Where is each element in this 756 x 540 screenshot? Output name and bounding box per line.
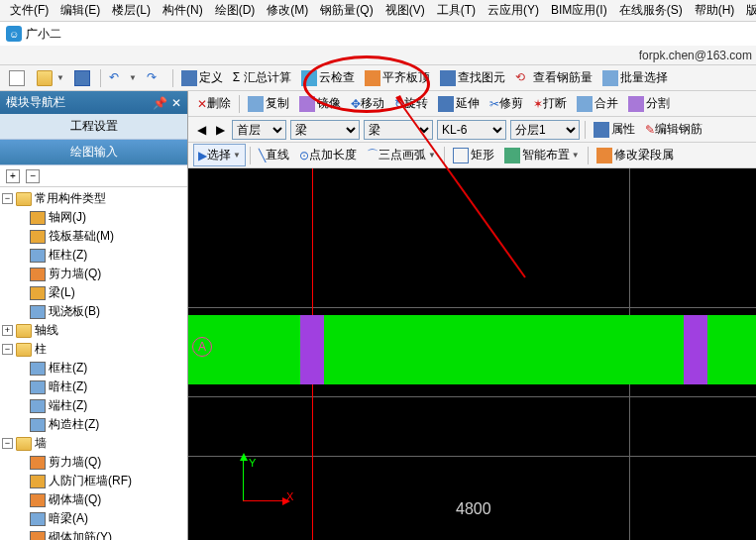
- rect-button[interactable]: 矩形: [449, 145, 498, 165]
- edit-rebar-button[interactable]: ✎编辑钢筋: [641, 119, 706, 140]
- merge-button[interactable]: 合并: [573, 93, 622, 114]
- tree-label: 砌体加筋(Y): [49, 529, 112, 540]
- menu-modify[interactable]: 修改(M): [261, 0, 314, 21]
- tree-item[interactable]: 构造柱(Z): [2, 415, 185, 434]
- tree-item[interactable]: 暗梁(A): [2, 509, 185, 528]
- split-button[interactable]: 分割: [624, 93, 674, 114]
- sidebar-pin-icon[interactable]: 📌: [153, 96, 167, 110]
- tree-item[interactable]: 筏板基础(M): [2, 227, 185, 246]
- tree-item[interactable]: 端柱(Z): [2, 396, 185, 415]
- folder-icon: [16, 343, 32, 357]
- trim-button[interactable]: ✂修剪: [486, 93, 527, 114]
- app-title: 广小二: [26, 26, 61, 43]
- user-bar: forpk.chen@163.com: [0, 46, 756, 65]
- tree-folder[interactable]: −墙: [2, 434, 185, 453]
- menu-tools[interactable]: 工具(T): [431, 0, 482, 21]
- menu-version[interactable]: 版: [740, 0, 756, 21]
- item-select[interactable]: KL-6: [437, 120, 506, 140]
- menu-cloud[interactable]: 云应用(Y): [482, 0, 545, 21]
- menu-help[interactable]: 帮助(H): [689, 0, 741, 21]
- component-icon: [30, 456, 46, 470]
- tree-item[interactable]: 现浇板(B): [2, 302, 185, 321]
- tree-item[interactable]: 轴网(J): [2, 208, 185, 227]
- open-button[interactable]: ▼: [33, 68, 68, 88]
- menu-online[interactable]: 在线服务(S): [613, 0, 689, 21]
- category2-select[interactable]: 梁: [364, 120, 433, 140]
- category1-select[interactable]: 梁: [290, 120, 360, 140]
- mirror-button[interactable]: 镜像: [295, 93, 345, 114]
- line-button[interactable]: ╲直线: [255, 145, 293, 165]
- properties-button[interactable]: 属性: [590, 119, 639, 140]
- tree-item[interactable]: 剪力墙(Q): [2, 453, 185, 472]
- app-icon: ☺: [6, 26, 22, 42]
- component-icon: [30, 286, 46, 300]
- batch-select-button[interactable]: 批量选择: [598, 67, 672, 88]
- level-slab-button[interactable]: 平齐板顶: [361, 67, 434, 88]
- find-element-button[interactable]: 查找图元: [436, 67, 509, 88]
- smart-layout-button[interactable]: 智能布置▼: [500, 145, 584, 165]
- tree-folder[interactable]: −常用构件类型: [2, 189, 185, 208]
- total-calc-button[interactable]: Σ 汇总计算: [229, 67, 295, 88]
- layer-select[interactable]: 分层1: [510, 120, 580, 140]
- tree-item[interactable]: 暗柱(Z): [2, 378, 185, 396]
- sidebar-close-icon[interactable]: ✕: [171, 96, 181, 110]
- undo-button[interactable]: ↶▼: [105, 68, 141, 88]
- sidebar-section-draw[interactable]: 绘图输入: [0, 140, 187, 165]
- view-rebar-button[interactable]: ⟲查看钢筋量: [511, 67, 596, 88]
- tree-folder[interactable]: +轴线: [2, 321, 185, 340]
- drawing-canvas[interactable]: A Y X 4800: [188, 168, 756, 540]
- modify-beam-button[interactable]: 修改梁段属: [593, 145, 678, 165]
- tree-label: 轴网(J): [49, 209, 86, 226]
- menu-rebar[interactable]: 钢筋量(Q): [314, 0, 378, 21]
- menu-draw[interactable]: 绘图(D): [209, 0, 262, 21]
- sidebar-section-project[interactable]: 工程设置: [0, 114, 187, 140]
- tree-item[interactable]: 框柱(Z): [2, 359, 185, 378]
- tree-label: 暗柱(Z): [49, 378, 87, 395]
- axis-mark-a: A: [192, 337, 212, 357]
- copy-button[interactable]: 复制: [244, 93, 293, 114]
- menu-edit[interactable]: 编辑(E): [54, 0, 106, 21]
- tree-item[interactable]: 砌体加筋(Y): [2, 528, 185, 540]
- edit-toolbar: ✕删除 复制 镜像 ✥移动 ↻旋转 延伸 ✂修剪 ✶打断 合并 分割: [188, 91, 756, 117]
- tree-item[interactable]: 剪力墙(Q): [2, 265, 185, 283]
- component-icon: [30, 512, 46, 526]
- tree-item[interactable]: 梁(L): [2, 283, 185, 302]
- redo-button[interactable]: ↷: [143, 68, 168, 88]
- floor-select[interactable]: 首层: [232, 120, 286, 140]
- component-tree[interactable]: −常用构件类型轴网(J)筏板基础(M)框柱(Z)剪力墙(Q)梁(L)现浇板(B)…: [0, 187, 187, 540]
- point-length-button[interactable]: ⊙点加长度: [295, 145, 361, 165]
- menu-file[interactable]: 文件(F): [4, 0, 54, 21]
- column-element-1[interactable]: [300, 315, 324, 384]
- new-button[interactable]: [5, 68, 31, 88]
- tree-label: 筏板基础(M): [49, 228, 114, 245]
- tree-item[interactable]: 砌体墙(Q): [2, 490, 185, 509]
- delete-button[interactable]: ✕删除: [193, 93, 235, 114]
- move-button[interactable]: ✥移动: [347, 93, 388, 114]
- nav-back-button[interactable]: ◀: [193, 121, 210, 139]
- column-element-2[interactable]: [684, 315, 707, 384]
- tree-collapse-all-button[interactable]: −: [26, 169, 40, 183]
- tree-expand-all-button[interactable]: +: [6, 169, 20, 183]
- tree-item[interactable]: 人防门框墙(RF): [2, 472, 185, 490]
- cloud-check-button[interactable]: 云检查: [297, 67, 359, 88]
- save-button[interactable]: [70, 68, 96, 88]
- menu-component[interactable]: 构件(N): [157, 0, 209, 21]
- define-button[interactable]: 定义: [177, 67, 227, 88]
- component-icon: [30, 475, 46, 488]
- menu-bar: 文件(F) 编辑(E) 楼层(L) 构件(N) 绘图(D) 修改(M) 钢筋量(…: [0, 0, 756, 22]
- menu-view[interactable]: 视图(V): [379, 0, 431, 21]
- nav-fwd-button[interactable]: ▶: [212, 121, 229, 139]
- extend-button[interactable]: 延伸: [434, 93, 484, 114]
- tree-item[interactable]: 框柱(Z): [2, 246, 185, 265]
- menu-floor[interactable]: 楼层(L): [106, 0, 157, 21]
- menu-bim[interactable]: BIM应用(I): [545, 0, 613, 21]
- tree-label: 剪力墙(Q): [49, 266, 101, 282]
- component-icon: [30, 399, 46, 413]
- rotate-button[interactable]: ↻旋转: [390, 93, 432, 114]
- arc-button[interactable]: ⌒三点画弧▼: [363, 145, 440, 165]
- tree-folder[interactable]: −柱: [2, 340, 185, 359]
- break-button[interactable]: ✶打断: [529, 93, 571, 114]
- beam-element[interactable]: [188, 315, 756, 384]
- user-email: forpk.chen@163.com: [639, 49, 752, 62]
- select-button[interactable]: ▶ 选择▼: [193, 144, 246, 166]
